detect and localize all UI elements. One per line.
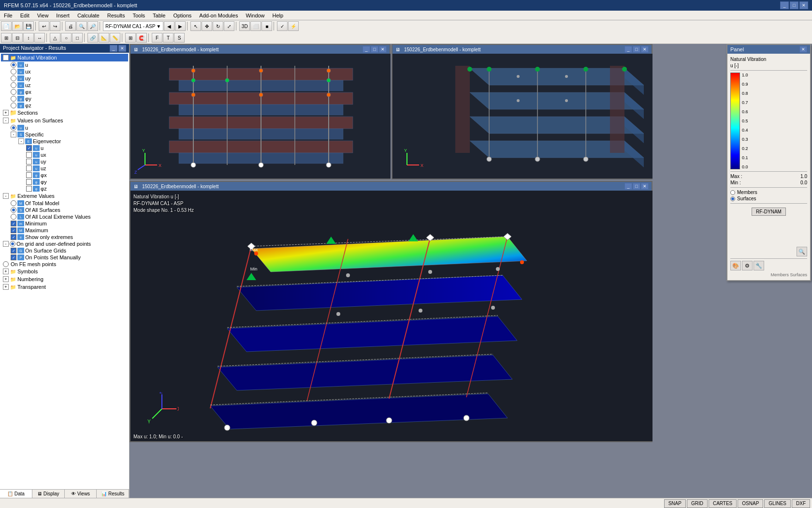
vp-tr-close[interactable]: ✕ [641,46,649,53]
panel-settings-button[interactable]: ⚙ [742,261,753,270]
sidebar-tab-data[interactable]: 📋 Data [0,490,32,498]
tree-item-extreme-values[interactable]: - 📁 Extreme Values [1,192,128,200]
sidebar-minimize[interactable]: _ [110,45,117,52]
tree-item-of-all-local[interactable]: L Of All Local Extreme Values [1,213,128,220]
tb-next[interactable]: ▶ [175,21,186,31]
vp-b-maximize[interactable]: □ [633,183,640,190]
status-grid[interactable]: GRID [687,499,708,508]
sidebar-close[interactable]: ✕ [118,45,126,52]
sidebar-tab-results[interactable]: 📊 Results [97,490,129,498]
viewport-top-right-title[interactable]: 🖥 150226_Erdbebenmodell - komplett _ □ ✕ [392,45,652,54]
checkbox-on-surface-grids[interactable]: ✓ [11,248,16,254]
tree-item-phix2[interactable]: φ φx [1,172,128,179]
tree-item-on-points-set[interactable]: ✓ P On Points Set Manually [1,254,128,261]
viewport-top-right-controls[interactable]: _ □ ✕ [624,46,649,53]
tree-item-eigenvector[interactable]: - E Eigenvector [1,138,128,145]
vp-b-close[interactable]: ✕ [641,183,649,190]
tree-item-minimum[interactable]: ✓ m Minimum [1,220,128,227]
tree-item-phiz[interactable]: φ φz [1,102,128,109]
vp-b-minimize[interactable]: _ [624,183,632,190]
radio-of-all-surfaces[interactable] [11,207,16,213]
menu-help[interactable]: Help [269,11,288,20]
tb2-2[interactable]: ⊟ [12,33,23,43]
tree-item-of-total-model[interactable]: M Of Total Model [1,200,128,207]
checkbox-phix2[interactable] [26,172,32,178]
tb-scale[interactable]: ⤢ [224,21,234,31]
vp-tr-maximize[interactable]: □ [633,46,640,53]
expand-sections[interactable]: + [3,110,9,116]
tb-check[interactable]: ✓ [277,21,288,31]
tree-item-u2[interactable]: u u [1,124,128,131]
checkbox-phiz2[interactable] [26,186,32,192]
expand-on-grid[interactable]: - [3,241,9,247]
tb2-grid-toggle[interactable]: ⊞ [125,33,136,43]
window-controls[interactable]: _ □ ✕ [780,1,808,9]
radio-ux[interactable] [11,69,16,75]
tree-item-uz[interactable]: u uz [1,82,128,89]
tree-item-values-on-surfaces[interactable]: - 📁 Values on Surfaces [1,117,128,124]
tree-item-transparent[interactable]: + 📁 Transparent [1,283,128,291]
viewport-top-left-controls[interactable]: _ □ ✕ [362,46,387,53]
viewport-top-left-title[interactable]: 🖥 150226_Erdbebenmodell - komplett _ □ ✕ [130,45,390,54]
tb2-6[interactable]: ○ [61,33,72,43]
rf-dynam-button[interactable]: RF-DYNAM [752,208,786,216]
tb-3d[interactable]: 3D [239,21,250,31]
tree-item-u[interactable]: u u [1,61,128,68]
menu-view[interactable]: View [33,11,53,20]
tb2-9[interactable]: 📐 [99,33,109,43]
viewport-bottom-title[interactable]: 🖥 150226_Erdbebenmodell - komplett _ □ ✕ [130,182,652,191]
expand-symbols[interactable]: + [3,269,9,274]
radio-u2[interactable] [11,125,16,131]
radio-on-fe-mesh[interactable] [3,261,9,267]
panel-search-button[interactable]: 🔍 [797,247,807,256]
status-osnap[interactable]: OSNAP [738,499,763,508]
checkbox-uy2[interactable] [26,159,32,164]
panel-color-button[interactable]: 🎨 [730,261,741,270]
menu-calculate[interactable]: Calculate [73,11,103,20]
tree-item-numbering[interactable]: + 📁 Numbering [1,275,128,283]
checkbox-uz2[interactable] [26,165,32,171]
status-dxf[interactable]: DXF [792,499,810,508]
menu-addons[interactable]: Add-on Modules [195,11,242,20]
expand-specific[interactable]: - [11,132,16,137]
tb-open[interactable]: 📂 [12,21,23,31]
radio-uy[interactable] [11,75,16,81]
tree-item-phix[interactable]: φ φx [1,89,128,95]
tb2-4[interactable]: ↔ [34,33,45,43]
expand-numbering[interactable]: + [3,276,9,282]
close-button[interactable]: ✕ [799,1,808,9]
sidebar-tab-display[interactable]: 🖥 Display [32,490,65,498]
expand-extreme-values[interactable]: - [3,193,9,199]
tree-item-sections[interactable]: + 📁 Sections [1,109,128,117]
radio-phiy[interactable] [11,96,16,102]
tree-item-natural-vibration[interactable]: - 📁 Natural Vibration [1,54,128,61]
tree-item-uy[interactable]: u uy [1,75,128,82]
tb2-view-front[interactable]: F [152,33,162,43]
checkbox-u3[interactable]: ✓ [26,145,32,151]
menu-window[interactable]: Window [242,11,268,20]
tree-item-phiz2[interactable]: φ φz [1,185,128,192]
sidebar-tab-views[interactable]: 👁 Views [65,490,97,498]
tb-prev[interactable]: ◀ [164,21,174,31]
menu-tools[interactable]: Tools [129,11,149,20]
panel-radio-members[interactable]: Members [730,190,807,195]
tree-item-ux2[interactable]: u ux [1,151,128,158]
tree-item-specific[interactable]: - S Specific [1,131,128,138]
menu-results[interactable]: Results [103,11,129,20]
menu-insert[interactable]: Insert [52,11,73,20]
tb-rotate[interactable]: ↻ [213,21,223,31]
tb-print[interactable]: 🖨 [65,21,76,31]
tb-zoom-in[interactable]: 🔍 [76,21,87,31]
panel-title-bar[interactable]: Panel ✕ [727,45,810,54]
tree-item-uz2[interactable]: u uz [1,165,128,172]
vp-tr-minimize[interactable]: _ [624,46,632,53]
tree-item-ux[interactable]: u ux [1,68,128,75]
tb-save[interactable]: 💾 [23,21,34,31]
vp-tl-close[interactable]: ✕ [379,46,387,53]
checkbox-maximum[interactable]: ✓ [11,227,16,233]
tree-item-phiy[interactable]: φ φy [1,95,128,102]
tb-calc[interactable]: ⚡ [288,21,299,31]
checkbox-ux2[interactable] [26,152,32,158]
tree-item-u3[interactable]: ✓ u u [1,145,128,151]
radio-on-grid[interactable] [10,241,15,247]
